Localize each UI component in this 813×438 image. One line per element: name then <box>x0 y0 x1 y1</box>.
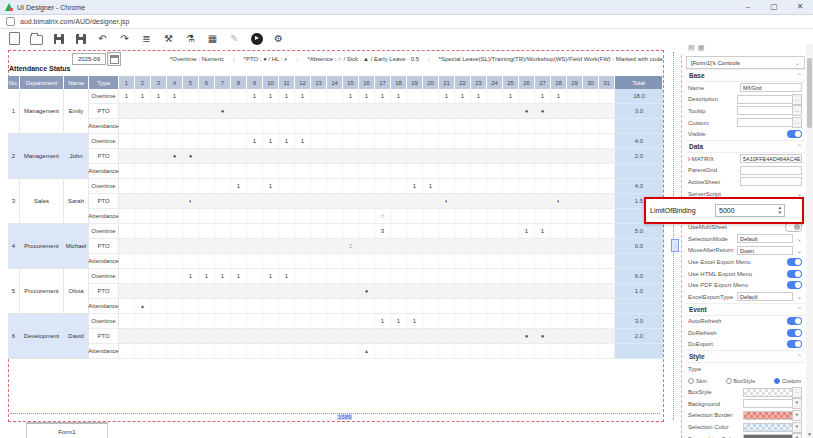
toggle-on[interactable] <box>787 329 802 337</box>
day-cell[interactable] <box>343 134 359 149</box>
minimize-button[interactable]: – <box>735 0 761 14</box>
toggle-on[interactable] <box>787 258 802 266</box>
day-cell[interactable] <box>327 134 343 149</box>
day-cell[interactable] <box>343 299 359 314</box>
day-cell[interactable] <box>279 179 295 194</box>
day-cell[interactable]: ● <box>535 104 551 119</box>
day-cell[interactable] <box>135 164 151 179</box>
day-cell[interactable] <box>279 164 295 179</box>
day-cell[interactable] <box>423 164 439 179</box>
day-cell[interactable] <box>231 329 247 344</box>
property-input[interactable] <box>737 95 793 104</box>
day-cell[interactable] <box>519 89 535 104</box>
day-cell[interactable] <box>503 224 519 239</box>
day-cell[interactable] <box>535 194 551 209</box>
day-cell[interactable] <box>599 164 615 179</box>
day-cell[interactable] <box>119 224 135 239</box>
day-cell[interactable] <box>119 194 135 209</box>
day-cell[interactable] <box>135 209 151 224</box>
day-cell[interactable] <box>487 224 503 239</box>
day-cell[interactable] <box>151 104 167 119</box>
panel-list-icon[interactable]: ▦ <box>698 44 705 54</box>
day-cell[interactable] <box>199 284 215 299</box>
day-cell[interactable] <box>471 344 487 359</box>
day-cell[interactable]: 1 <box>167 89 183 104</box>
day-cell[interactable] <box>183 209 199 224</box>
day-cell[interactable] <box>407 224 423 239</box>
day-cell[interactable] <box>327 329 343 344</box>
day-cell[interactable] <box>247 299 263 314</box>
day-cell[interactable] <box>407 89 423 104</box>
day-cell[interactable] <box>247 239 263 254</box>
day-cell[interactable]: 1 <box>551 89 567 104</box>
day-cell[interactable] <box>503 209 519 224</box>
day-cell[interactable] <box>119 269 135 284</box>
day-cell[interactable] <box>135 329 151 344</box>
day-cell[interactable] <box>247 209 263 224</box>
day-cell[interactable] <box>599 224 615 239</box>
day-cell[interactable] <box>599 239 615 254</box>
day-cell[interactable] <box>519 179 535 194</box>
day-cell[interactable] <box>375 179 391 194</box>
day-cell[interactable] <box>151 224 167 239</box>
day-cell[interactable] <box>391 194 407 209</box>
day-cell[interactable] <box>519 314 535 329</box>
day-cell[interactable] <box>199 179 215 194</box>
day-cell[interactable] <box>487 239 503 254</box>
day-cell[interactable] <box>487 209 503 224</box>
day-cell[interactable] <box>599 149 615 164</box>
day-cell[interactable] <box>311 269 327 284</box>
day-cell[interactable] <box>343 269 359 284</box>
day-cell[interactable] <box>119 254 135 269</box>
day-cell[interactable] <box>407 299 423 314</box>
toggle-on[interactable] <box>787 270 802 278</box>
day-cell[interactable] <box>215 284 231 299</box>
day-cell[interactable]: 1 <box>407 179 423 194</box>
day-cell[interactable] <box>583 314 599 329</box>
day-cell[interactable] <box>135 239 151 254</box>
day-cell[interactable] <box>487 179 503 194</box>
day-cell[interactable]: 1 <box>375 314 391 329</box>
day-cell[interactable] <box>119 314 135 329</box>
day-cell[interactable] <box>167 134 183 149</box>
day-cell[interactable] <box>471 194 487 209</box>
day-cell[interactable] <box>439 239 455 254</box>
spinner-arrows[interactable]: ▲▼ <box>778 206 782 215</box>
day-cell[interactable] <box>119 239 135 254</box>
day-cell[interactable] <box>567 164 583 179</box>
property-input[interactable] <box>737 118 793 127</box>
day-cell[interactable] <box>503 179 519 194</box>
day-cell[interactable] <box>231 209 247 224</box>
day-cell[interactable] <box>455 194 471 209</box>
day-cell[interactable] <box>119 299 135 314</box>
day-cell[interactable] <box>279 119 295 134</box>
day-cell[interactable] <box>199 89 215 104</box>
day-cell[interactable] <box>119 149 135 164</box>
day-cell[interactable] <box>151 344 167 359</box>
property-input[interactable]: 5A10FFE4AD464AC4E <box>740 154 802 163</box>
day-cell[interactable] <box>439 224 455 239</box>
day-cell[interactable] <box>311 239 327 254</box>
day-cell[interactable] <box>247 179 263 194</box>
day-cell[interactable] <box>167 119 183 134</box>
day-cell[interactable] <box>311 284 327 299</box>
day-cell[interactable] <box>167 239 183 254</box>
day-cell[interactable] <box>215 179 231 194</box>
day-cell[interactable] <box>263 149 279 164</box>
day-cell[interactable] <box>503 344 519 359</box>
day-cell[interactable] <box>487 314 503 329</box>
swatch-dropdown-button[interactable]: ▾ <box>792 422 802 433</box>
day-cell[interactable] <box>599 119 615 134</box>
day-cell[interactable] <box>231 194 247 209</box>
day-cell[interactable] <box>231 119 247 134</box>
day-cell[interactable] <box>407 209 423 224</box>
day-cell[interactable] <box>471 224 487 239</box>
day-cell[interactable] <box>359 179 375 194</box>
day-cell[interactable] <box>391 269 407 284</box>
day-cell[interactable] <box>551 119 567 134</box>
day-cell[interactable] <box>375 134 391 149</box>
day-cell[interactable] <box>487 89 503 104</box>
day-cell[interactable] <box>183 164 199 179</box>
day-cell[interactable] <box>375 104 391 119</box>
day-cell[interactable] <box>343 149 359 164</box>
